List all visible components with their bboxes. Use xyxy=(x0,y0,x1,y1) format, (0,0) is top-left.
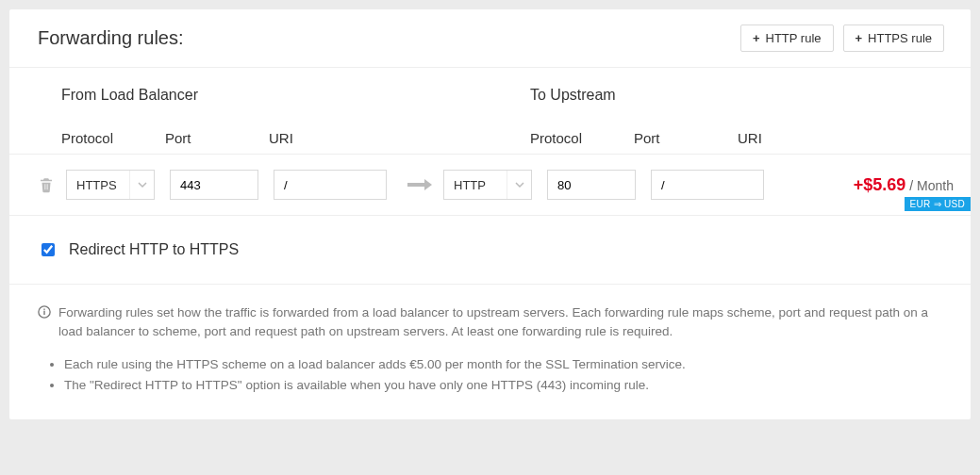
info-lead-text: Forwarding rules set how the traffic is … xyxy=(58,303,942,342)
select-value: HTTP xyxy=(454,178,486,192)
header-buttons: + HTTP rule + HTTPS rule xyxy=(740,25,944,52)
to-group: To Upstream Protocol Port URI xyxy=(530,87,942,146)
from-group: From Load Balancer Protocol Port URI xyxy=(61,87,473,146)
delete-rule-icon[interactable] xyxy=(38,176,55,193)
currency-badge[interactable]: EUR ⇒ USD xyxy=(905,197,971,211)
svg-rect-1 xyxy=(43,311,44,315)
from-fields: HTTPS xyxy=(66,170,402,200)
from-protocol-select[interactable]: HTTPS xyxy=(66,170,155,200)
to-title: To Upstream xyxy=(530,87,942,104)
info-section: Forwarding rules set how the traffic is … xyxy=(9,284,971,419)
to-port-input[interactable] xyxy=(547,170,636,200)
info-list: Each rule using the HTTPS scheme on a lo… xyxy=(64,355,942,396)
col-uri: URI xyxy=(738,130,870,146)
button-label: HTTP rule xyxy=(766,31,822,45)
from-port-input[interactable] xyxy=(170,170,258,200)
to-fields: HTTP xyxy=(443,170,779,200)
from-uri-input[interactable] xyxy=(274,170,387,200)
svg-rect-2 xyxy=(43,309,44,310)
rule-price: +$5.69 / Month xyxy=(854,175,954,195)
price-amount: +$5.69 xyxy=(854,175,906,195)
add-http-rule-button[interactable]: + HTTP rule xyxy=(740,25,834,52)
chevron-down-icon xyxy=(129,171,154,199)
plus-icon: + xyxy=(753,32,760,44)
chevron-down-icon xyxy=(507,171,531,199)
info-icon xyxy=(38,305,51,319)
panel-header: Forwarding rules: + HTTP rule + HTTPS ru… xyxy=(9,9,971,67)
select-value: HTTPS xyxy=(76,178,117,192)
add-https-rule-button[interactable]: + HTTPS rule xyxy=(843,25,945,52)
price-suffix: / Month xyxy=(909,178,954,193)
col-port: Port xyxy=(165,130,269,146)
forwarding-rules-panel: Forwarding rules: + HTTP rule + HTTPS ru… xyxy=(9,9,971,419)
col-uri: URI xyxy=(269,130,401,146)
plus-icon: + xyxy=(855,32,863,44)
col-port: Port xyxy=(634,130,738,146)
button-label: HTTPS rule xyxy=(868,31,932,45)
redirect-row: Redirect HTTP to HTTPS xyxy=(9,215,971,284)
arrow-right-icon xyxy=(402,178,438,191)
col-protocol: Protocol xyxy=(530,130,634,146)
redirect-label: Redirect HTTP to HTTPS xyxy=(69,241,239,258)
rule-row: HTTPS HTTP +$5.69 / Month xyxy=(9,154,971,205)
to-uri-input[interactable] xyxy=(651,170,764,200)
info-bullet: The "Redirect HTTP to HTTPS" option is a… xyxy=(64,376,942,395)
to-protocol-select[interactable]: HTTP xyxy=(443,170,532,200)
column-headers-row: From Load Balancer Protocol Port URI To … xyxy=(9,67,971,154)
info-bullet: Each rule using the HTTPS scheme on a lo… xyxy=(64,355,942,374)
redirect-checkbox[interactable] xyxy=(42,243,55,256)
from-title: From Load Balancer xyxy=(61,87,473,104)
col-protocol: Protocol xyxy=(61,130,165,146)
panel-title: Forwarding rules: xyxy=(38,27,184,49)
